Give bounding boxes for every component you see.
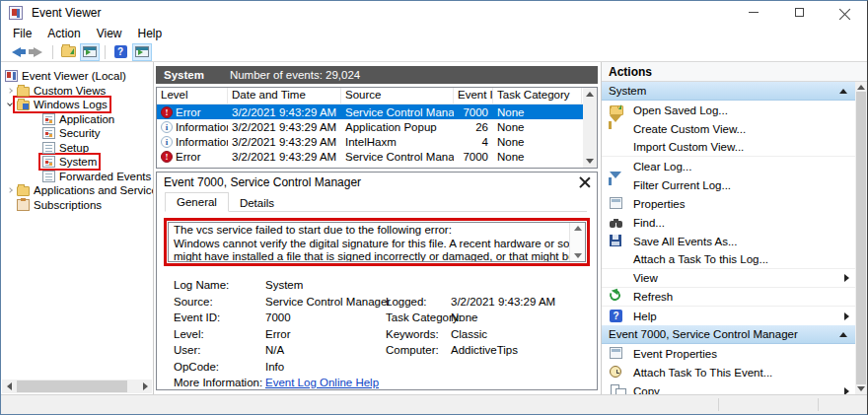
log-name: System [164, 69, 204, 81]
table-row[interactable]: !Error3/2/2021 9:43:29 AMService Control… [157, 104, 597, 119]
event-log-plain-icon [42, 142, 55, 154]
detail-title: Event 7000, Service Control Manager [164, 175, 361, 189]
events-vertical-scrollbar[interactable] [583, 88, 597, 168]
scroll-right-icon[interactable] [138, 380, 152, 393]
action-import-custom-view[interactable]: Import Custom View... [602, 138, 855, 157]
menu-action[interactable]: Action [39, 25, 88, 42]
field-label: Level: [174, 328, 204, 340]
tree-collapsed-icon[interactable] [5, 188, 15, 192]
menu-file[interactable]: File [5, 25, 39, 42]
scrollbar-thumb[interactable] [856, 92, 866, 384]
refresh-icon [610, 290, 624, 304]
message-scrollbar[interactable] [569, 223, 585, 261]
action-copy[interactable]: Copy [602, 381, 855, 394]
help-button[interactable]: ? [110, 43, 130, 61]
action-help[interactable]: ?Help [602, 307, 855, 325]
menu-view[interactable]: View [89, 25, 130, 42]
tree-label-group: Setup [40, 141, 91, 155]
table-row[interactable]: !Error3/2/2021 9:43:29 AMService Control… [157, 149, 597, 164]
maximize-button[interactable] [776, 1, 822, 24]
menu-bar: FileActionViewHelp [1, 24, 867, 42]
tab-general[interactable]: General [165, 192, 229, 212]
event-id-cell: 7000 [454, 106, 493, 118]
action-open-saved-log[interactable]: Open Saved Log... [602, 101, 855, 119]
actions-scrollbar[interactable] [855, 82, 867, 394]
table-row[interactable]: iInformation3/2/2021 9:43:29 AMIntelHaxm… [157, 134, 597, 149]
action-find[interactable]: Find... [602, 213, 855, 232]
action-clear-log[interactable]: Clear Log... [602, 157, 855, 175]
field-label: Computer: [386, 344, 439, 356]
actions-section-header-event-7000-service-control-manager[interactable]: Event 7000, Service Control Manager [602, 325, 855, 344]
scroll-down-icon[interactable] [857, 386, 865, 391]
menu-help[interactable]: Help [130, 25, 171, 42]
error-level-icon: ! [161, 106, 173, 118]
section-header-label: System [609, 85, 646, 97]
field-label: Log Name: [174, 279, 229, 291]
action-event-properties[interactable]: Event Properties [602, 344, 855, 363]
action-refresh[interactable]: Refresh [602, 288, 855, 307]
scroll-left-icon[interactable] [2, 380, 16, 393]
column-header-source[interactable]: Source [341, 88, 454, 104]
show-console-tree-button[interactable] [80, 43, 100, 61]
action-attach-task-to-this-event[interactable]: Attach Task To This Event... [602, 363, 855, 381]
tree-item-subscriptions[interactable]: Subscriptions [1, 198, 153, 213]
tree-item-forwarded-events[interactable]: Forwarded Events [1, 170, 153, 184]
column-header-event-id[interactable]: Event ID [454, 88, 493, 104]
toolbar: ? [1, 42, 867, 62]
scrollbar-thumb[interactable] [17, 380, 127, 392]
event-log-online-help-link[interactable]: Event Log Online Help [265, 377, 379, 388]
statusbar-separator [818, 398, 819, 411]
close-button[interactable] [822, 1, 867, 24]
event-viewer-icon [5, 70, 18, 82]
action-view[interactable]: View [602, 269, 855, 288]
scroll-up-icon[interactable] [574, 226, 582, 231]
tab-details[interactable]: Details [229, 194, 285, 212]
section-header-label: Event 7000, Service Control Manager [609, 328, 798, 340]
show-action-pane-button[interactable] [132, 43, 152, 61]
table-row[interactable]: iInformation3/2/2021 9:43:29 AMApplicati… [157, 119, 597, 134]
tree-label-group: Forwarded Events [40, 170, 153, 183]
tree-item-custom-views[interactable]: Custom Views [1, 84, 153, 99]
folder-blue-icon [17, 101, 30, 110]
tree-item-security[interactable]: Security [1, 126, 153, 141]
tree-item-windows-logs[interactable]: Windows Logs [1, 98, 153, 112]
tree-expanded-icon[interactable] [5, 104, 15, 105]
minimize-button[interactable] [731, 1, 776, 24]
action-create-custom-view[interactable]: Create Custom View... [602, 119, 855, 138]
tree-item-system[interactable]: System [1, 155, 153, 170]
action-label: Save All Events As... [633, 236, 737, 247]
back-button[interactable] [6, 43, 26, 61]
tree-horizontal-scrollbar[interactable] [2, 380, 152, 393]
column-header-task-category[interactable]: Task Category [493, 88, 582, 104]
column-header-level[interactable]: Level [157, 88, 228, 104]
tree-item-setup[interactable]: Setup [1, 141, 153, 156]
tree-item-applications-and-services-lo[interactable]: Applications and Services Lo [1, 183, 153, 198]
field-value: System [265, 279, 303, 291]
tree-item-event-viewer-local[interactable]: Event Viewer (Local) [1, 69, 153, 84]
scroll-down-icon[interactable] [586, 159, 594, 164]
action-save-all-events-as[interactable]: Save All Events As... [602, 232, 855, 250]
scroll-down-icon[interactable] [574, 253, 582, 258]
tree-collapsed-icon[interactable] [5, 89, 15, 93]
column-header-date-and-time[interactable]: Date and Time [228, 88, 341, 104]
action-label: Clear Log... [633, 161, 691, 173]
action-attach-a-task-to-this-log[interactable]: Attach a Task To this Log... [602, 250, 855, 269]
collapse-caret-icon[interactable] [839, 332, 847, 337]
tree-item-application[interactable]: Application [1, 112, 153, 127]
actions-section-header-system[interactable]: System [602, 82, 855, 101]
open-saved-log-button[interactable] [58, 43, 78, 61]
forward-button[interactable] [28, 43, 47, 61]
event-id-cell: 4 [454, 136, 493, 148]
task-category-cell: None [493, 136, 582, 148]
event-log-plain-icon [42, 171, 55, 182]
action-label: Open Saved Log... [633, 104, 728, 116]
scroll-up-icon[interactable] [586, 92, 594, 97]
action-properties[interactable]: Properties [602, 194, 855, 213]
event-message-box[interactable]: The vcs service failed to start due to t… [168, 222, 586, 262]
detail-close-icon[interactable] [579, 176, 590, 187]
folder-icon [17, 87, 30, 97]
action-label: Refresh [633, 291, 673, 303]
collapse-caret-icon[interactable] [839, 89, 847, 94]
scroll-up-icon[interactable] [857, 85, 865, 90]
action-filter-current-log[interactable]: Filter Current Log... [602, 175, 855, 194]
